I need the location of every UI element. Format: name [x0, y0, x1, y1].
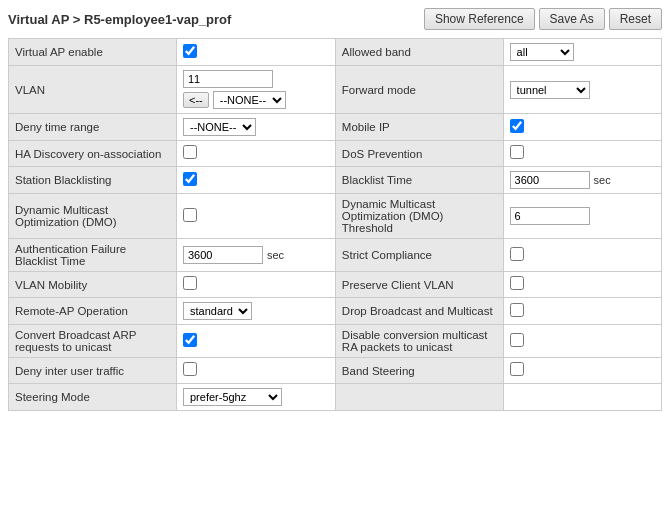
select-input[interactable]: --NONE--: [213, 91, 286, 109]
right-label-cell: Allowed band: [335, 39, 503, 66]
form-table: Virtual AP enableAllowed bandall2.4GHz5G…: [8, 38, 662, 411]
right-label-cell: Blacklist Time: [335, 167, 503, 194]
number-sec-group: sec: [183, 246, 329, 264]
right-value-cell: [503, 272, 661, 298]
show-reference-button[interactable]: Show Reference: [424, 8, 535, 30]
right-value-cell: tunnelbridgesplit-tunnel: [503, 66, 661, 114]
left-label-cell: VLAN Mobility: [9, 272, 177, 298]
right-value-cell: [503, 141, 661, 167]
checkbox[interactable]: [510, 333, 524, 347]
left-label-cell: VLAN: [9, 66, 177, 114]
checkbox[interactable]: [183, 172, 197, 186]
left-label-cell: Steering Mode: [9, 384, 177, 411]
table-row: Virtual AP enableAllowed bandall2.4GHz5G…: [9, 39, 662, 66]
checkbox[interactable]: [183, 44, 197, 58]
table-row: VLAN<----NONE--Forward modetunnelbridges…: [9, 66, 662, 114]
left-label-cell: HA Discovery on-association: [9, 141, 177, 167]
select-input[interactable]: prefer-5ghzforce-5ghzbalance-bands: [183, 388, 282, 406]
table-row: Station BlacklistingBlacklist Timesec: [9, 167, 662, 194]
checkbox[interactable]: [183, 362, 197, 376]
text-input[interactable]: [183, 246, 263, 264]
select-input[interactable]: tunnelbridgesplit-tunnel: [510, 81, 590, 99]
right-value-cell: sec: [503, 167, 661, 194]
checkbox[interactable]: [183, 208, 197, 222]
table-row: Convert Broadcast ARP requests to unicas…: [9, 325, 662, 358]
left-value-cell: [176, 272, 335, 298]
left-label-cell: Remote-AP Operation: [9, 298, 177, 325]
table-row: Deny inter user trafficBand Steering: [9, 358, 662, 384]
text-input[interactable]: [183, 70, 273, 88]
save-as-button[interactable]: Save As: [539, 8, 605, 30]
table-row: Remote-AP OperationstandardalwaysbackupD…: [9, 298, 662, 325]
right-label-cell: Forward mode: [335, 66, 503, 114]
select-input[interactable]: --NONE--: [183, 118, 256, 136]
right-label-cell: Mobile IP: [335, 114, 503, 141]
right-value-cell: [503, 358, 661, 384]
right-label-cell: Dynamic Multicast Optimization (DMO) Thr…: [335, 194, 503, 239]
checkbox[interactable]: [510, 303, 524, 317]
left-label-cell: Deny time range: [9, 114, 177, 141]
left-value-cell: [176, 358, 335, 384]
checkbox[interactable]: [183, 145, 197, 159]
right-label-cell: Disable conversion multicast RA packets …: [335, 325, 503, 358]
left-value-cell: <----NONE--: [176, 66, 335, 114]
left-label-cell: Deny inter user traffic: [9, 358, 177, 384]
table-row: Steering Modeprefer-5ghzforce-5ghzbalanc…: [9, 384, 662, 411]
left-value-cell: [176, 39, 335, 66]
header-buttons: Show Reference Save As Reset: [424, 8, 662, 30]
checkbox[interactable]: [510, 145, 524, 159]
reset-button[interactable]: Reset: [609, 8, 662, 30]
left-label-cell: Convert Broadcast ARP requests to unicas…: [9, 325, 177, 358]
left-value-cell: [176, 167, 335, 194]
select-input[interactable]: all2.4GHz5GHz: [510, 43, 574, 61]
left-value-cell: prefer-5ghzforce-5ghzbalance-bands: [176, 384, 335, 411]
checkbox[interactable]: [510, 247, 524, 261]
vlan-input-group: <----NONE--: [183, 70, 329, 109]
right-value-cell: all2.4GHz5GHz: [503, 39, 661, 66]
table-row: Deny time range--NONE--Mobile IP: [9, 114, 662, 141]
table-row: HA Discovery on-associationDoS Preventio…: [9, 141, 662, 167]
right-label-cell: [335, 384, 503, 411]
checkbox[interactable]: [183, 276, 197, 290]
checkbox[interactable]: [510, 119, 524, 133]
text-input[interactable]: [510, 171, 590, 189]
header-row: Virtual AP > R5-employee1-vap_prof Show …: [8, 8, 662, 30]
right-value-cell: [503, 194, 661, 239]
checkbox[interactable]: [510, 276, 524, 290]
right-value-cell: [503, 384, 661, 411]
select-input[interactable]: standardalwaysbackup: [183, 302, 252, 320]
left-label-cell: Authentication Failure Blacklist Time: [9, 239, 177, 272]
left-value-cell: --NONE--: [176, 114, 335, 141]
text-input[interactable]: [510, 207, 590, 225]
right-value-cell: [503, 239, 661, 272]
table-row: Authentication Failure Blacklist Timesec…: [9, 239, 662, 272]
sec-label: sec: [594, 174, 611, 186]
left-label-cell: Station Blacklisting: [9, 167, 177, 194]
vlan-arrow-button[interactable]: <--: [183, 92, 209, 108]
right-value-cell: [503, 325, 661, 358]
right-label-cell: Drop Broadcast and Multicast: [335, 298, 503, 325]
right-value-cell: [503, 114, 661, 141]
left-value-cell: [176, 194, 335, 239]
right-label-cell: Strict Compliance: [335, 239, 503, 272]
checkbox[interactable]: [183, 333, 197, 347]
left-value-cell: sec: [176, 239, 335, 272]
left-value-cell: [176, 141, 335, 167]
left-label-cell: Dynamic Multicast Optimization (DMO): [9, 194, 177, 239]
table-row: Dynamic Multicast Optimization (DMO)Dyna…: [9, 194, 662, 239]
left-value-cell: standardalwaysbackup: [176, 298, 335, 325]
left-value-cell: [176, 325, 335, 358]
checkbox[interactable]: [510, 362, 524, 376]
page-container: Virtual AP > R5-employee1-vap_prof Show …: [0, 0, 670, 419]
right-value-cell: [503, 298, 661, 325]
sec-label: sec: [267, 249, 284, 261]
table-row: VLAN MobilityPreserve Client VLAN: [9, 272, 662, 298]
left-label-cell: Virtual AP enable: [9, 39, 177, 66]
vlan-button-row: <----NONE--: [183, 91, 329, 109]
right-label-cell: Band Steering: [335, 358, 503, 384]
number-sec-group: sec: [510, 171, 655, 189]
right-label-cell: Preserve Client VLAN: [335, 272, 503, 298]
page-title: Virtual AP > R5-employee1-vap_prof: [8, 12, 231, 27]
right-label-cell: DoS Prevention: [335, 141, 503, 167]
